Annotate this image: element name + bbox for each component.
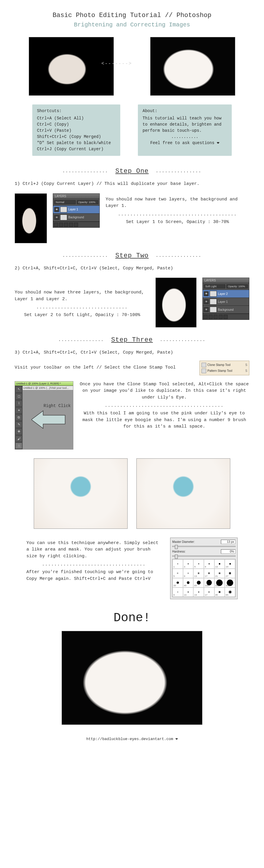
clone-stamp-item[interactable]: Clone Stamp Tool S — [201, 362, 248, 368]
arrow-icon: <-------> — [101, 61, 132, 66]
step1-title: Step One — [115, 167, 149, 175]
brush-preset[interactable]: 13 — [183, 587, 194, 597]
visibility-icon[interactable]: 👁 — [204, 291, 208, 296]
trash-icon[interactable] — [74, 223, 78, 227]
brush-size-label: 9 — [205, 565, 206, 568]
blend-mode-select[interactable]: Soft Light — [204, 284, 225, 288]
brush-size-label: 5 — [173, 575, 174, 578]
photoshop-toolbar: Untitled-1 @ 100% (Layer 2, RGB/8) * ↖ ◻… — [15, 381, 73, 450]
brush-preset[interactable]: 1 — [172, 559, 183, 569]
brush-preset[interactable]: 9 — [172, 587, 183, 597]
dots: .................................. — [26, 562, 161, 567]
brush-size-label: 19 — [194, 594, 197, 596]
visibility-icon[interactable]: 👁 — [204, 307, 208, 312]
visibility-icon[interactable]: 👁 — [204, 299, 208, 304]
diameter-slider[interactable] — [172, 546, 236, 547]
brush-size-label: 100 — [205, 584, 208, 587]
step2-text2: Set Layer 2 to Soft Light, Opacity : 70-… — [15, 312, 150, 319]
layers-footer — [53, 221, 99, 227]
hardness-value[interactable]: 0% — [221, 549, 236, 554]
layers-footer — [203, 314, 249, 319]
brush-tool-icon[interactable]: 🖌 — [15, 435, 22, 442]
about-dots: ........... — [142, 134, 227, 140]
brush-preset[interactable]: 27 — [225, 569, 235, 578]
brush-preset[interactable]: 13 — [193, 569, 204, 578]
new-layer-icon[interactable] — [69, 223, 73, 227]
fx-icon[interactable] — [204, 315, 208, 319]
brush-preset[interactable]: 9 — [183, 569, 194, 578]
brush-size-label: 200 — [215, 584, 219, 587]
layer-row[interactable]: 👁 Layer 1 — [203, 298, 249, 306]
tool-label: Clone Stamp Tool — [207, 363, 231, 367]
hardness-row: Hardness: 0% — [172, 549, 236, 554]
step2-title: Step Two — [115, 252, 149, 259]
master-value[interactable]: 13 px — [221, 540, 236, 544]
window-title: Untitled-1 @ 100% (Layer 2, RGB/8) * — [15, 381, 73, 386]
layer-name: Layer 1 — [218, 300, 228, 303]
dots-icon: ............... — [156, 253, 201, 258]
lasso-tool-icon[interactable]: ⌇ — [15, 400, 22, 407]
new-layer-icon[interactable] — [219, 315, 223, 319]
crop-tool-icon[interactable]: ⧉ — [15, 414, 22, 421]
brush-preset[interactable]: 65 — [225, 587, 235, 597]
brush-preset[interactable]: 17 — [204, 569, 214, 578]
brush-preset[interactable]: 5 — [193, 559, 204, 569]
layers-controls: Normal Opacity: 100% — [53, 199, 99, 206]
brush-preset[interactable]: 35 — [172, 578, 183, 587]
hardness-slider[interactable] — [172, 556, 236, 557]
canvas-area[interactable]: Untitled-1 @ 100% (...)/Visit your tool.… — [23, 386, 73, 449]
fx-icon[interactable] — [54, 223, 58, 227]
folder-icon[interactable] — [213, 315, 218, 319]
layer-row[interactable]: 👁 Layer 1 — [53, 206, 99, 214]
shortcuts-box: Shortcuts: Ctrl+A (Select All) Ctrl+C (C… — [32, 104, 120, 156]
about-box: About: This tutorial will teach you how … — [138, 104, 232, 156]
brush-preset[interactable]: 19 — [193, 587, 204, 597]
brush-preset[interactable]: 300 — [225, 578, 235, 587]
marquee-tool-icon[interactable]: ◻ — [15, 393, 22, 400]
brush-preset[interactable]: 19 — [225, 559, 235, 569]
shortcut-item: Ctrl+C (Copy) — [37, 122, 116, 128]
eye-after — [136, 458, 230, 529]
step2-instruction: 2) Ctrl+A, Shift+Ctrl+C, Ctrl+V (Select,… — [15, 265, 249, 272]
mask-icon[interactable] — [208, 315, 213, 319]
layer-row[interactable]: 👁 Layer 2 — [203, 290, 249, 298]
step3-header: ............... Step Three .............… — [15, 336, 249, 344]
opacity-field[interactable]: Opacity: 100% — [226, 284, 248, 288]
trash-icon[interactable] — [224, 315, 228, 319]
heal-tool-icon[interactable]: ✚ — [15, 428, 22, 435]
tool-context-menu: Clone Stamp Tool S Pattern Stamp Tool S — [199, 361, 249, 375]
wand-tool-icon[interactable]: ✦ — [15, 407, 22, 414]
visibility-icon[interactable]: 👁 — [54, 207, 59, 212]
brush-preset[interactable]: 45 — [183, 578, 194, 587]
brush-size-label: 5 — [194, 565, 195, 568]
clone-stamp-tool-icon[interactable]: ⎍ — [15, 442, 22, 449]
tool-label: Pattern Stamp Tool — [207, 369, 232, 372]
mask-icon[interactable] — [59, 223, 63, 227]
brush-preset[interactable]: 45 — [214, 587, 225, 597]
layers-panel-step1: LAYERS Normal Opacity: 100% 👁 Layer 1 👁 … — [53, 193, 100, 228]
brush-preset[interactable]: 13 — [214, 559, 225, 569]
opacity-field[interactable]: Opacity: 100% — [77, 200, 98, 204]
step3-instruction: 3) Ctrl+A, Shift+Ctrl+C, Ctrl+V (Select,… — [15, 349, 249, 356]
brush-size-label: 3 — [184, 565, 185, 568]
pattern-stamp-item[interactable]: Pattern Stamp Tool S — [201, 368, 248, 374]
step3-title: Step Three — [111, 336, 153, 344]
brush-preset[interactable]: 65 — [193, 578, 204, 587]
brush-preset[interactable]: 5 — [172, 569, 183, 578]
visibility-icon[interactable]: 👁 — [54, 215, 59, 220]
brush-preset[interactable]: 21 — [214, 569, 225, 578]
shortcut-item: Shift+Ctrl+C (Copy Merged) — [37, 134, 116, 140]
move-tool-icon[interactable]: ↖ — [15, 386, 22, 393]
brush-preset[interactable]: 100 — [204, 578, 214, 587]
brush-preset[interactable]: 17 — [204, 587, 214, 597]
eyedropper-tool-icon[interactable]: ✎ — [15, 422, 22, 428]
blend-mode-select[interactable]: Normal — [54, 200, 76, 204]
brush-preset[interactable]: 200 — [214, 578, 225, 587]
layer-row[interactable]: 👁 Background — [53, 214, 99, 221]
folder-icon[interactable] — [64, 223, 68, 227]
layer-row[interactable]: 👁 Background — [203, 306, 249, 314]
brush-settings-panel: Master Diameter: 13 px Hardness: 0% 1359… — [170, 537, 238, 599]
layer-thumb — [210, 299, 217, 305]
brush-preset[interactable]: 3 — [183, 559, 194, 569]
brush-preset[interactable]: 9 — [204, 559, 214, 569]
